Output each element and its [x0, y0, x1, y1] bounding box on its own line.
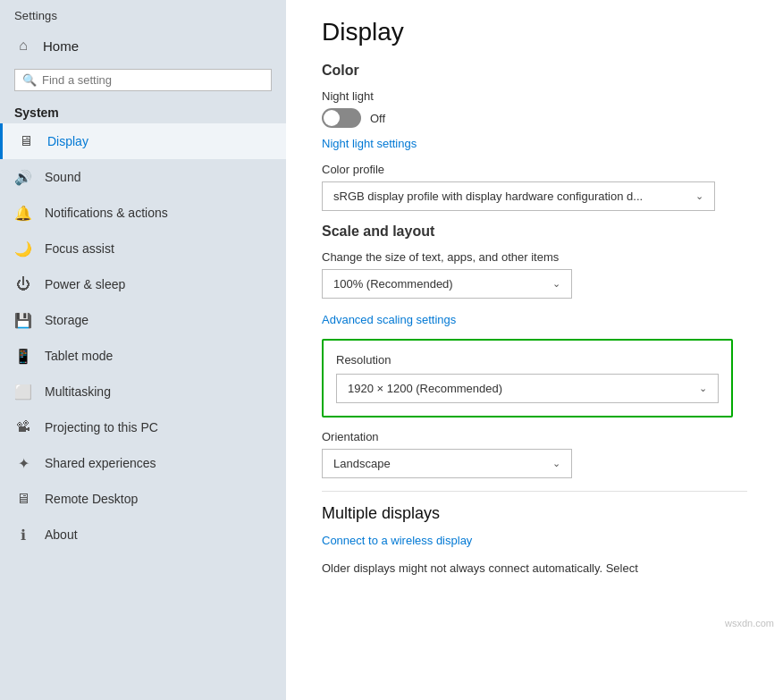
watermark: wsxdn.com	[725, 618, 774, 628]
app-title: Settings	[0, 0, 286, 28]
night-light-status: Off	[370, 112, 385, 125]
remote-icon: 🖥	[14, 490, 32, 508]
sidebar: Settings ⌂ Home 🔍 System 🖥 Display 🔊 Sou…	[0, 0, 286, 700]
resolution-arrow: ⌄	[699, 383, 707, 394]
sidebar-item-label: Storage	[45, 313, 88, 327]
orientation-label: Orientation	[322, 430, 747, 443]
power-icon: ⏻	[14, 275, 32, 293]
sidebar-item-shared[interactable]: ✦ Shared experiences	[0, 445, 286, 481]
home-icon: ⌂	[14, 37, 32, 55]
night-light-label: Night light	[322, 89, 747, 103]
projecting-icon: 📽	[14, 418, 32, 436]
orientation-value: Landscape	[333, 457, 391, 470]
multitasking-icon: ⬜	[14, 383, 32, 401]
shared-icon: ✦	[14, 454, 32, 472]
sidebar-item-sound[interactable]: 🔊 Sound	[0, 159, 286, 195]
sidebar-item-label: Multitasking	[45, 384, 111, 399]
color-section-heading: Color	[322, 63, 747, 79]
orientation-dropdown[interactable]: Landscape ⌄	[322, 449, 572, 478]
night-light-toggle[interactable]	[322, 108, 361, 128]
sidebar-home-button[interactable]: ⌂ Home	[0, 28, 286, 63]
sidebar-item-notifications[interactable]: 🔔 Notifications & actions	[0, 195, 286, 231]
toggle-knob	[324, 110, 340, 126]
home-label: Home	[43, 38, 79, 54]
resolution-dropdown[interactable]: 1920 × 1200 (Recommended) ⌄	[336, 374, 719, 403]
scale-section-heading: Scale and layout	[322, 223, 747, 240]
focus-icon: 🌙	[14, 240, 32, 257]
sidebar-item-multitasking[interactable]: ⬜ Multitasking	[0, 374, 286, 409]
sidebar-item-focus[interactable]: 🌙 Focus assist	[0, 231, 286, 266]
sidebar-item-label: Remote Desktop	[45, 492, 138, 506]
resolution-label: Resolution	[336, 353, 719, 367]
sidebar-item-remote[interactable]: 🖥 Remote Desktop	[0, 481, 286, 517]
sidebar-item-label: Sound	[45, 170, 80, 184]
scale-arrow: ⌄	[552, 278, 560, 290]
sidebar-item-label: Projecting to this PC	[45, 420, 158, 434]
night-light-settings-link[interactable]: Night light settings	[322, 137, 417, 150]
sidebar-item-label: Notifications & actions	[45, 206, 168, 220]
older-displays-text: Older displays might not always connect …	[322, 560, 747, 578]
divider	[322, 491, 747, 492]
sound-icon: 🔊	[14, 168, 32, 186]
connect-wireless-link[interactable]: Connect to a wireless display	[322, 534, 472, 547]
orientation-arrow: ⌄	[552, 458, 560, 469]
sidebar-item-projecting[interactable]: 📽 Projecting to this PC	[0, 409, 286, 445]
multiple-displays-heading: Multiple displays	[322, 504, 747, 523]
tablet-icon: 📱	[14, 347, 32, 365]
color-profile-value: sRGB display profile with display hardwa…	[333, 190, 643, 203]
notifications-icon: 🔔	[14, 204, 32, 222]
search-input[interactable]	[42, 73, 264, 87]
sidebar-item-label: Shared experiences	[45, 456, 156, 470]
color-profile-arrow: ⌄	[695, 190, 703, 202]
resolution-box: Resolution 1920 × 1200 (Recommended) ⌄	[322, 339, 733, 417]
sidebar-section-label: System	[0, 98, 286, 123]
search-icon: 🔍	[22, 73, 37, 87]
about-icon: ℹ	[14, 526, 32, 544]
page-title: Display	[322, 18, 747, 46]
display-icon: 🖥	[17, 132, 35, 150]
sidebar-item-storage[interactable]: 💾 Storage	[0, 302, 286, 338]
sidebar-item-label: Power & sleep	[45, 277, 125, 291]
sidebar-item-power[interactable]: ⏻ Power & sleep	[0, 266, 286, 302]
scale-change-label: Change the size of text, apps, and other…	[322, 250, 747, 264]
scale-dropdown[interactable]: 100% (Recommended) ⌄	[322, 269, 572, 299]
sidebar-item-label: About	[45, 527, 78, 542]
sidebar-item-label: Display	[47, 134, 88, 148]
night-light-toggle-row: Off	[322, 108, 747, 128]
main-content: Display Color Night light Off Night ligh…	[286, 0, 783, 700]
search-box[interactable]: 🔍	[14, 69, 272, 91]
color-profile-dropdown[interactable]: sRGB display profile with display hardwa…	[322, 181, 715, 211]
scale-value: 100% (Recommended)	[333, 277, 453, 291]
sidebar-item-display[interactable]: 🖥 Display	[0, 123, 286, 159]
sidebar-item-label: Tablet mode	[45, 349, 113, 363]
sidebar-item-about[interactable]: ℹ About	[0, 517, 286, 552]
sidebar-item-tablet[interactable]: 📱 Tablet mode	[0, 338, 286, 374]
color-profile-label: Color profile	[322, 163, 747, 176]
sidebar-item-label: Focus assist	[45, 241, 114, 256]
resolution-value: 1920 × 1200 (Recommended)	[348, 382, 502, 395]
storage-icon: 💾	[14, 311, 32, 329]
advanced-scaling-link[interactable]: Advanced scaling settings	[322, 313, 456, 326]
